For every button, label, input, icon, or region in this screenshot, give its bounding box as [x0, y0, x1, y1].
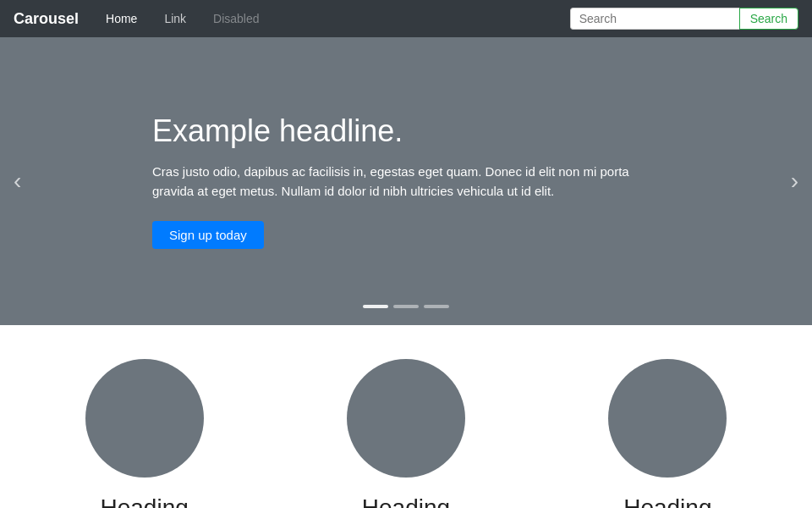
- navbar-brand[interactable]: Carousel: [14, 10, 79, 28]
- feature-icon-3: [608, 359, 727, 478]
- carousel-indicator-1[interactable]: [363, 305, 388, 308]
- feature-col-1: Heading Donec sed odio dui. Etiam porta …: [14, 359, 275, 508]
- feature-icon-1: [85, 359, 204, 478]
- carousel-next-button[interactable]: ›: [777, 161, 812, 202]
- carousel-headline: Example headline.: [152, 113, 660, 149]
- carousel-indicators: [363, 305, 449, 308]
- feature-heading-1: Heading: [30, 494, 258, 508]
- carousel-indicator-2[interactable]: [393, 305, 419, 308]
- carousel-slide: Example headline. Cras justo odio, dapib…: [85, 113, 727, 249]
- carousel-prev-button[interactable]: ‹: [0, 161, 35, 202]
- feature-heading-2: Heading: [292, 494, 519, 508]
- search-form: Search: [570, 8, 798, 30]
- carousel-indicator-3[interactable]: [424, 305, 449, 308]
- feature-icon-2: [347, 359, 465, 478]
- navbar: Carousel Home Link Disabled Search: [0, 0, 812, 37]
- nav-link-disabled: Disabled: [206, 8, 266, 29]
- carousel-body: Cras justo odio, dapibus ac facilisis in…: [152, 163, 660, 201]
- features-section: Heading Donec sed odio dui. Etiam porta …: [0, 325, 812, 508]
- carousel: ‹ Example headline. Cras justo odio, dap…: [0, 37, 812, 325]
- feature-col-2: Heading Duis mollis, est non commodo luc…: [275, 359, 536, 508]
- search-button[interactable]: Search: [739, 8, 798, 30]
- nav-link-link[interactable]: Link: [157, 8, 193, 29]
- feature-col-3: Heading Donec sed odio dui. Cras justo o…: [537, 359, 798, 508]
- nav-link-home[interactable]: Home: [99, 8, 144, 29]
- carousel-cta-button[interactable]: Sign up today: [152, 221, 264, 249]
- search-input[interactable]: [570, 8, 739, 30]
- feature-heading-3: Heading: [554, 494, 782, 508]
